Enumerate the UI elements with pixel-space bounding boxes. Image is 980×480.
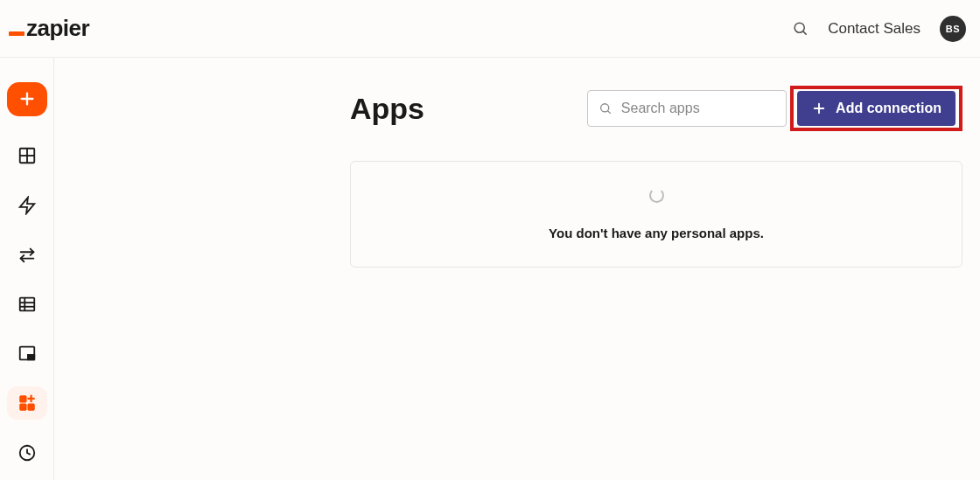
nav-transfers[interactable]: [7, 238, 47, 272]
empty-state-message: You don't have any personal apps.: [549, 226, 764, 240]
svg-point-0: [794, 23, 804, 32]
clock-icon: [18, 443, 37, 463]
svg-line-1: [803, 31, 807, 35]
nav-history[interactable]: [7, 435, 47, 470]
svg-marker-15: [27, 355, 33, 360]
brand-logo[interactable]: zapier: [9, 15, 89, 42]
svg-rect-16: [19, 396, 25, 402]
loading-spinner-icon: [649, 188, 664, 203]
avatar[interactable]: BS: [940, 16, 966, 42]
interface-icon: [18, 344, 37, 363]
page-title: Apps: [350, 92, 424, 126]
empty-state-card: You don't have any personal apps.: [350, 161, 962, 268]
nav-zaps[interactable]: [7, 188, 47, 222]
table-icon: [18, 295, 37, 314]
svg-rect-18: [27, 404, 33, 410]
brand-tick-icon: [9, 31, 24, 36]
add-connection-highlight: Add connection: [790, 86, 962, 131]
brand-text: zapier: [26, 15, 89, 42]
transfer-icon: [18, 245, 37, 264]
add-connection-label: Add connection: [836, 101, 942, 116]
svg-point-22: [601, 104, 609, 112]
search-icon: [598, 101, 612, 116]
global-search-icon[interactable]: [792, 20, 808, 37]
svg-line-23: [608, 111, 611, 114]
dashboard-icon: [18, 146, 37, 165]
nav-apps[interactable]: [7, 386, 47, 421]
svg-rect-17: [19, 404, 25, 410]
avatar-initials: BS: [946, 24, 960, 34]
nav-interfaces[interactable]: [7, 337, 47, 371]
search-apps-input[interactable]: [621, 101, 775, 116]
contact-sales-link[interactable]: Contact Sales: [828, 20, 920, 38]
plus-icon: [811, 101, 827, 116]
add-connection-button[interactable]: Add connection: [797, 91, 956, 126]
search-apps-input-wrap[interactable]: [587, 90, 787, 127]
apps-icon: [18, 393, 37, 413]
bolt-icon: [18, 196, 37, 215]
svg-marker-7: [19, 197, 34, 212]
nav-tables[interactable]: [7, 288, 47, 322]
svg-rect-10: [19, 297, 34, 310]
create-button[interactable]: [7, 82, 47, 116]
nav-dashboard[interactable]: [7, 139, 47, 173]
